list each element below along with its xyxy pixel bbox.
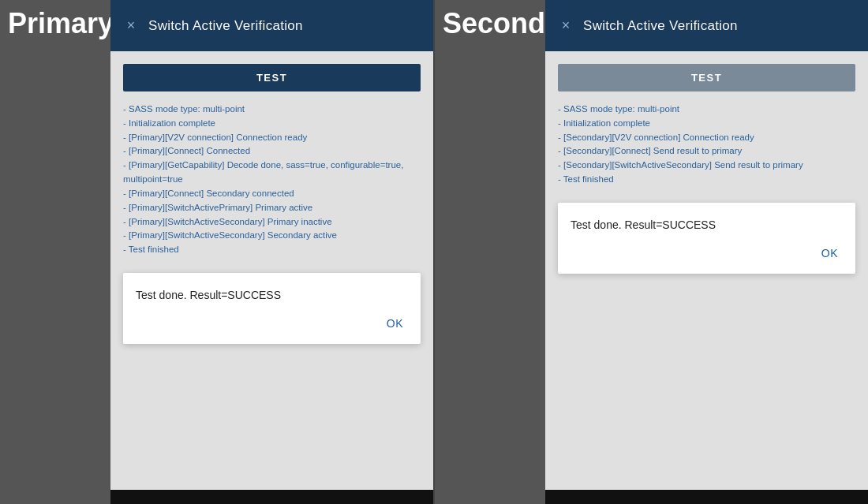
secondary-label-area: Secondary <box>435 0 545 504</box>
primary-top-bar-title: Switch Active Verification <box>148 18 303 34</box>
primary-phone-wrapper: × Switch Active Verification TEST - SASS… <box>110 0 433 504</box>
log-line: - Initialization complete <box>558 117 855 131</box>
log-line: - [Primary][V2V connection] Connection r… <box>123 131 421 145</box>
log-line: - [Primary][SwitchActivePrimary] Primary… <box>123 201 421 215</box>
log-line: - SASS mode type: multi-point <box>123 103 421 117</box>
secondary-top-bar: × Switch Active Verification <box>545 0 868 51</box>
secondary-dialog-actions: OK <box>571 244 843 263</box>
secondary-top-bar-title: Switch Active Verification <box>583 18 738 34</box>
log-line: - Initialization complete <box>123 117 421 131</box>
primary-log-area: - SASS mode type: multi-point- Initializ… <box>123 103 421 257</box>
secondary-dialog-text: Test done. Result=SUCCESS <box>571 218 843 231</box>
secondary-panel: Secondary × Switch Active Verification T… <box>435 0 868 504</box>
primary-panel: Primary × Switch Active Verification TES… <box>0 0 433 504</box>
primary-phone-frame: × Switch Active Verification TEST - SASS… <box>110 0 433 504</box>
primary-ok-button[interactable]: OK <box>382 314 408 333</box>
primary-top-bar: × Switch Active Verification <box>110 0 433 51</box>
log-line: - Test finished <box>558 173 855 187</box>
secondary-close-button[interactable]: × <box>556 17 575 35</box>
log-line: - [Secondary][V2V connection] Connection… <box>558 131 855 145</box>
log-line: - [Primary][SwitchActiveSecondary] Prima… <box>123 215 421 230</box>
primary-close-button[interactable]: × <box>122 17 140 35</box>
secondary-bottom-nav <box>545 490 868 504</box>
primary-content-area: TEST - SASS mode type: multi-point- Init… <box>110 51 433 490</box>
log-line: - [Primary][SwitchActiveSecondary] Secon… <box>123 229 421 243</box>
secondary-ok-button[interactable]: OK <box>817 244 843 263</box>
log-line: - [Primary][Connect] Secondary connected <box>123 187 421 201</box>
primary-dialog: Test done. Result=SUCCESS OK <box>123 273 421 344</box>
primary-bottom-nav <box>110 490 433 504</box>
secondary-test-button[interactable]: TEST <box>558 64 855 91</box>
secondary-dialog: Test done. Result=SUCCESS OK <box>558 203 855 274</box>
primary-label-area: Primary <box>0 0 110 504</box>
primary-device-label: Primary <box>8 8 114 39</box>
primary-test-button[interactable]: TEST <box>123 64 421 91</box>
secondary-content-area: TEST - SASS mode type: multi-point- Init… <box>545 51 868 490</box>
log-line: - [Secondary][SwitchActiveSecondary] Sen… <box>558 159 855 173</box>
log-line: - SASS mode type: multi-point <box>558 103 855 117</box>
log-line: - [Primary][GetCapability] Decode done, … <box>123 159 421 187</box>
secondary-log-area: - SASS mode type: multi-point- Initializ… <box>558 103 855 187</box>
log-line: - [Secondary][Connect] Send result to pr… <box>558 144 855 159</box>
secondary-phone-wrapper: × Switch Active Verification TEST - SASS… <box>545 0 868 504</box>
log-line: - [Primary][Connect] Connected <box>123 144 421 159</box>
log-line: - Test finished <box>123 243 421 257</box>
primary-dialog-text: Test done. Result=SUCCESS <box>136 289 408 301</box>
primary-dialog-actions: OK <box>136 314 408 333</box>
secondary-phone-frame: × Switch Active Verification TEST - SASS… <box>545 0 868 504</box>
